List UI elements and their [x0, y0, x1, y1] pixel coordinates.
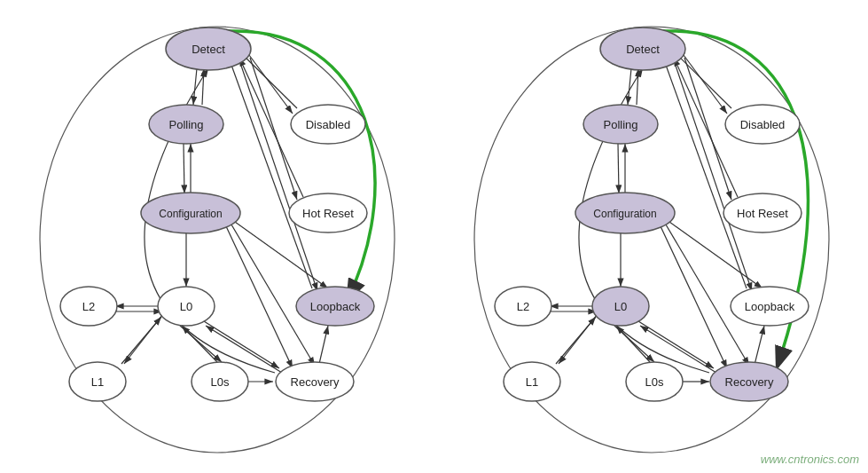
- svg-line-17: [226, 226, 293, 368]
- svg-text:Configuration: Configuration: [159, 208, 222, 220]
- svg-text:L2: L2: [82, 300, 95, 313]
- svg-line-4: [202, 68, 204, 105]
- svg-line-44: [663, 220, 749, 366]
- svg-text:Disabled: Disabled: [740, 118, 786, 131]
- svg-text:Disabled: Disabled: [306, 118, 351, 131]
- svg-line-30: [618, 144, 619, 193]
- svg-line-47: [684, 58, 731, 200]
- svg-line-5: [184, 144, 184, 193]
- svg-text:L1: L1: [526, 375, 538, 389]
- svg-line-46: [674, 51, 731, 108]
- svg-line-21: [239, 51, 297, 108]
- svg-line-22: [250, 58, 297, 200]
- svg-line-28: [628, 68, 631, 105]
- svg-line-19: [229, 220, 315, 366]
- svg-text:Detect: Detect: [626, 43, 660, 56]
- svg-line-42: [661, 226, 727, 368]
- svg-text:L2: L2: [517, 300, 529, 313]
- svg-text:L0: L0: [614, 300, 627, 313]
- svg-line-36: [556, 317, 596, 364]
- diagram-container: Detect Polling Configuration Disabled Ho…: [0, 0, 868, 473]
- svg-line-11: [121, 317, 161, 364]
- svg-text:Loopback: Loopback: [745, 300, 795, 313]
- svg-text:Configuration: Configuration: [593, 208, 656, 220]
- svg-text:Loopback: Loopback: [310, 300, 361, 313]
- svg-line-20: [246, 51, 293, 114]
- svg-text:Recovery: Recovery: [291, 375, 340, 389]
- svg-line-9: [182, 326, 217, 362]
- svg-text:Recovery: Recovery: [725, 375, 774, 389]
- watermark: www.cntronics.com: [761, 453, 859, 466]
- svg-text:Polling: Polling: [168, 118, 203, 131]
- svg-text:Polling: Polling: [603, 118, 637, 131]
- svg-line-50: [663, 58, 747, 288]
- svg-line-34: [616, 326, 650, 362]
- svg-text:Detect: Detect: [192, 43, 225, 56]
- svg-line-25: [229, 58, 312, 288]
- svg-text:Hot Reset: Hot Reset: [302, 207, 354, 220]
- svg-text:L0s: L0s: [211, 375, 230, 389]
- svg-line-16: [319, 326, 328, 364]
- svg-text:L1: L1: [91, 375, 104, 389]
- svg-line-3: [193, 68, 197, 105]
- svg-line-29: [637, 68, 638, 105]
- svg-line-45: [681, 51, 727, 114]
- svg-text:L0: L0: [180, 300, 192, 313]
- svg-text:L0s: L0s: [645, 375, 664, 389]
- svg-text:Hot Reset: Hot Reset: [737, 207, 788, 220]
